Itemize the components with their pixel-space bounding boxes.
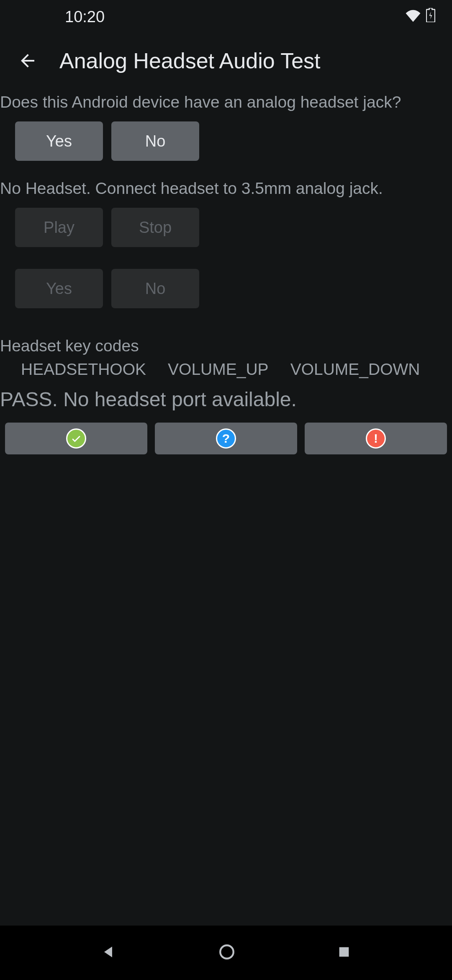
keycodes-row: HEADSETHOOK VOLUME_UP VOLUME_DOWN [0, 358, 452, 381]
status-time: 10:20 [65, 8, 105, 26]
arrow-left-icon [18, 51, 38, 71]
confirm-no-button: No [111, 269, 199, 308]
app-bar: Analog Headset Audio Test [0, 34, 452, 88]
pass-button[interactable] [5, 423, 147, 454]
has-jack-yes-button[interactable]: Yes [15, 121, 103, 161]
question-circle-icon: ? [216, 428, 236, 449]
action-row: ? ! [0, 419, 452, 458]
status-icons [405, 8, 435, 26]
page-title: Analog Headset Audio Test [59, 48, 321, 73]
back-button[interactable] [17, 50, 39, 72]
question-has-jack: Does this Android device have an analog … [0, 88, 452, 116]
nav-home-button[interactable] [218, 943, 236, 962]
info-button[interactable]: ? [155, 423, 297, 454]
has-jack-button-row: Yes No [0, 116, 452, 166]
play-button: Play [15, 208, 103, 247]
test-result: PASS. No headset port available. [0, 381, 452, 419]
has-jack-no-button[interactable]: No [111, 121, 199, 161]
nav-recent-button[interactable] [337, 945, 351, 961]
confirm-button-row: Yes No [0, 264, 452, 313]
keycode-item: VOLUME_UP [168, 360, 269, 379]
svg-rect-1 [339, 947, 349, 957]
battery-charging-icon [426, 8, 435, 26]
keycodes-label: Headset key codes [0, 313, 452, 358]
navigation-bar [0, 926, 452, 980]
alert-circle-icon: ! [366, 428, 386, 449]
status-bar: 10:20 [0, 0, 452, 34]
content: Does this Android device have an analog … [0, 88, 452, 458]
playback-button-row: Play Stop [0, 203, 452, 252]
confirm-yes-button: Yes [15, 269, 103, 308]
check-circle-icon [66, 428, 86, 449]
fail-button[interactable]: ! [305, 423, 447, 454]
triangle-left-icon [101, 944, 117, 960]
svg-point-0 [220, 945, 234, 959]
stop-button: Stop [111, 208, 199, 247]
circle-icon [218, 943, 236, 961]
nav-back-button[interactable] [101, 944, 117, 962]
keycode-item: HEADSETHOOK [21, 360, 146, 379]
wifi-icon [405, 8, 421, 26]
headset-status-message: No Headset. Connect headset to 3.5mm ana… [0, 166, 452, 203]
keycode-item: VOLUME_DOWN [290, 360, 420, 379]
square-icon [337, 945, 351, 959]
